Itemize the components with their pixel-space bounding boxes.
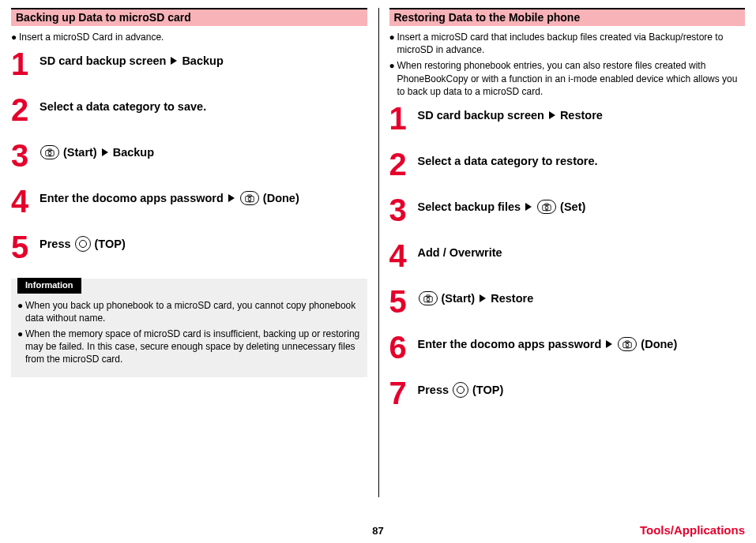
step-text-part: Restore (560, 107, 603, 123)
step-instruction: TV(Start)Backup (36, 141, 154, 160)
step-instruction: TV(Start)Restore (415, 287, 534, 306)
step-text-part: (Start) (63, 144, 97, 160)
bullet-item: ●Insert a microSD card that includes bac… (389, 31, 746, 56)
step-item: 6Enter the docomo apps passwordTV(Done) (389, 333, 746, 361)
step-item: 3Select backup filesTV(Set) (389, 196, 746, 224)
step-item: 1SD card backup screenBackup (11, 50, 367, 78)
step-number: 1 (11, 50, 36, 78)
step-text-part: Restore (491, 290, 533, 306)
svg-rect-6 (248, 195, 252, 197)
bullet-item: ●When the memory space of microSD card i… (17, 328, 361, 366)
step-text-part: Enter the docomo apps password (39, 190, 224, 206)
step-item: 4Add / Overwrite (389, 242, 746, 270)
svg-rect-14 (426, 295, 430, 297)
svg-text:TV: TV (545, 209, 548, 212)
arrow-icon (228, 194, 235, 202)
step-text-part: Select a data category to restore. (418, 153, 598, 169)
arrow-icon (525, 203, 532, 211)
step-instruction: Select backup filesTV(Set) (415, 196, 586, 215)
svg-text:TV: TV (427, 301, 430, 304)
step-item: 5Press(TOP) (11, 233, 367, 261)
bullet-text: Insert a microSD Card in advance. (19, 31, 164, 43)
step-instruction: SD card backup screenBackup (36, 50, 224, 69)
step-instruction: Enter the docomo apps passwordTV(Done) (36, 187, 299, 206)
step-number: 7 (389, 379, 415, 407)
step-text-part: Enter the docomo apps password (418, 336, 602, 352)
svg-rect-2 (48, 149, 52, 151)
step-item: 2Select a data category to restore. (389, 150, 746, 178)
bullet-dot-icon: ● (389, 59, 397, 72)
camera-tv-button-icon: TV (618, 337, 637, 351)
step-instruction: Enter the docomo apps passwordTV(Done) (415, 333, 678, 352)
arrow-icon (102, 148, 108, 156)
step-text-part: Backup (182, 53, 223, 69)
right-header: Restoring Data to the Mobile phone (389, 8, 746, 26)
camera-tv-button-icon: TV (419, 291, 438, 305)
step-item: 1SD card backup screenRestore (389, 104, 746, 133)
bullet-dot-icon: ● (11, 31, 19, 43)
arrow-icon (480, 294, 486, 302)
svg-rect-10 (545, 204, 549, 205)
left-header: Backing up Data to microSD card (11, 8, 367, 26)
bullet-text: When the memory space of microSD card is… (25, 328, 361, 366)
step-instruction: Press(TOP) (36, 233, 126, 252)
camera-tv-button-icon: TV (240, 191, 259, 205)
left-steps: 1SD card backup screenBackup2Select a da… (11, 50, 367, 261)
step-text-part: Press (418, 382, 449, 398)
step-number: 4 (389, 242, 415, 270)
camera-tv-button-icon: TV (537, 200, 556, 214)
step-item: 7Press(TOP) (389, 379, 746, 407)
information-label: Information (17, 278, 81, 293)
column-divider (378, 8, 379, 497)
bullet-dot-icon: ● (17, 299, 25, 312)
step-instruction: Select a data category to save. (36, 95, 206, 114)
page-footer: 87 Tools/Applications (0, 525, 756, 537)
step-number: 6 (389, 333, 415, 361)
step-text-part: Backup (113, 144, 154, 160)
step-instruction: Press(TOP) (415, 379, 504, 398)
step-text-part: Select a data category to save. (39, 99, 206, 114)
bullet-dot-icon: ● (17, 328, 25, 340)
step-text-part: Select backup files (418, 199, 521, 215)
svg-text:TV: TV (626, 346, 629, 350)
center-button-icon (75, 236, 91, 252)
step-number: 4 (11, 187, 36, 215)
step-item: 3TV(Start)Backup (11, 141, 367, 170)
footer-section: Tools/Applications (640, 523, 745, 537)
right-pre-bullets: ●Insert a microSD card that includes bac… (389, 31, 746, 98)
right-steps: 1SD card backup screenRestore2Select a d… (389, 104, 746, 407)
left-pre-bullets: ●Insert a microSD Card in advance. (11, 31, 367, 43)
bullet-text: When you back up phonebook to a microSD … (25, 299, 361, 324)
bullet-item: ●When restoring phonebook entries, you c… (389, 59, 746, 98)
step-text-part: SD card backup screen (39, 53, 166, 69)
arrow-icon (171, 57, 177, 65)
step-number: 2 (11, 95, 36, 124)
page-number: 87 (11, 525, 745, 537)
step-number: 5 (389, 287, 415, 316)
step-text-part: Press (39, 236, 71, 252)
step-text-part: Add / Overwrite (418, 245, 502, 260)
step-text-part: (Done) (641, 336, 677, 352)
center-button-icon (453, 382, 468, 398)
bullet-text: When restoring phonebook entries, you ca… (397, 59, 746, 98)
right-column: Restoring Data to the Mobile phone ●Inse… (378, 0, 757, 505)
step-item: 4Enter the docomo apps passwordTV(Done) (11, 187, 367, 215)
step-number: 1 (389, 104, 415, 133)
step-number: 5 (11, 233, 36, 261)
svg-text:TV: TV (48, 155, 51, 158)
arrow-icon (606, 340, 612, 348)
step-item: 5TV(Start)Restore (389, 287, 746, 316)
step-text-part: (TOP) (472, 382, 503, 398)
left-column: Backing up Data to microSD card ●Insert … (0, 0, 378, 505)
camera-tv-button-icon: TV (40, 145, 59, 159)
step-number: 3 (11, 141, 36, 170)
information-box: Information ●When you back up phonebook … (11, 279, 367, 376)
step-instruction: SD card backup screenRestore (415, 104, 603, 123)
step-number: 2 (389, 150, 415, 178)
bullet-item: ●Insert a microSD Card in advance. (11, 31, 367, 43)
step-text-part: (Start) (442, 290, 476, 306)
bullet-item: ●When you back up phonebook to a microSD… (17, 299, 361, 324)
step-number: 3 (389, 196, 415, 224)
svg-text:TV: TV (248, 200, 251, 204)
step-item: 2Select a data category to save. (11, 95, 367, 124)
